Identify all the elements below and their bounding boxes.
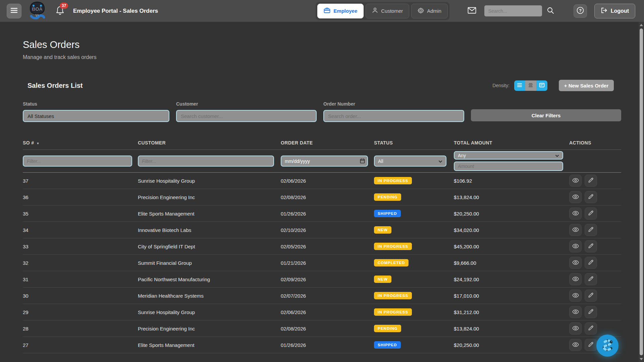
column-header-status[interactable]: STATUS (374, 140, 454, 145)
status-badge: SHIPPED (374, 210, 401, 217)
scroll-up-arrow[interactable] (640, 24, 643, 26)
portal-tabs: Employee Customer Admin (316, 2, 449, 20)
main-content: Sales Orders Manage and track sales orde… (0, 22, 644, 353)
actions-cell (569, 290, 621, 302)
actions-cell (569, 306, 621, 318)
status-column-filter-select[interactable]: All (374, 156, 446, 167)
actions-cell (569, 207, 621, 220)
so-number-cell: 34 (23, 227, 138, 233)
edit-order-button[interactable] (585, 339, 597, 351)
table-row: 31 Pacific Northwest Manufacturing 02/09… (23, 271, 621, 288)
edit-order-button[interactable] (585, 322, 597, 335)
customer-cell: Summit Financial Group (138, 260, 281, 266)
status-cell: IN PROGRESS (374, 243, 454, 250)
eye-icon (572, 325, 579, 332)
order-date-cell: 02/06/2026 (281, 309, 374, 315)
edit-order-button[interactable] (585, 175, 597, 187)
edit-order-button[interactable] (585, 306, 597, 318)
so-column-filter-input[interactable] (23, 156, 132, 167)
scrollbar-thumb[interactable] (640, 28, 643, 355)
tab-employee[interactable]: Employee (317, 4, 364, 18)
edit-order-button[interactable] (585, 240, 597, 252)
so-number-cell: 31 (23, 277, 138, 282)
total-amount-cell: $20,250.00 (454, 211, 569, 217)
column-header-order-date[interactable]: ORDER DATE (281, 140, 374, 145)
amount-mode-filter-select[interactable]: Any (454, 151, 563, 160)
clear-filters-button[interactable]: Clear Filters (471, 109, 621, 121)
eye-icon (572, 210, 579, 217)
view-order-button[interactable] (569, 322, 582, 335)
pencil-icon (588, 292, 594, 299)
view-order-button[interactable] (569, 224, 582, 236)
amount-column-filter-input[interactable] (454, 162, 563, 171)
tab-customer[interactable]: Customer (366, 4, 409, 18)
view-order-button[interactable] (569, 339, 582, 351)
view-order-button[interactable] (569, 306, 582, 318)
status-badge: NEW (374, 226, 391, 234)
logout-button[interactable]: Logout (594, 4, 635, 18)
tab-admin[interactable]: Admin (411, 4, 448, 18)
search-button[interactable] (547, 7, 554, 15)
density-compact-button[interactable] (525, 80, 536, 91)
view-order-button[interactable] (569, 175, 582, 187)
so-number-cell: 33 (23, 244, 138, 249)
column-header-customer[interactable]: CUSTOMER (138, 140, 281, 145)
edit-order-button[interactable] (585, 191, 597, 203)
so-number-cell: 32 (23, 260, 138, 266)
eye-icon (572, 293, 579, 299)
snake-icon: BOA (28, 1, 47, 21)
scrollbar[interactable] (639, 22, 644, 362)
view-order-button[interactable] (569, 290, 582, 302)
boa-assistant-fab[interactable] (596, 335, 619, 357)
eye-icon (572, 260, 579, 266)
edit-order-button[interactable] (585, 273, 597, 285)
view-order-button[interactable] (569, 273, 582, 285)
global-search-input[interactable] (484, 5, 542, 16)
total-amount-cell: $17,010.00 (454, 293, 569, 299)
new-sales-order-button[interactable]: + New Sales Order (559, 80, 614, 91)
order-filter-input[interactable] (323, 110, 464, 122)
edit-order-button[interactable] (585, 207, 597, 220)
notifications-button[interactable]: 37 (56, 5, 66, 17)
total-amount-cell: $9,666.00 (454, 260, 569, 266)
actions-cell (569, 175, 621, 187)
customer-cell: Precision Engineering Inc (138, 326, 281, 331)
help-button[interactable]: ? (574, 4, 587, 18)
search-icon (547, 7, 554, 15)
menu-button[interactable] (7, 4, 21, 18)
tab-label: Employee (333, 8, 357, 14)
edit-order-button[interactable] (585, 224, 597, 236)
page-title: Sales Orders (23, 39, 621, 50)
order-filter-label: Order Number (323, 101, 464, 107)
chevron-down-icon (555, 153, 559, 158)
total-amount-cell: $13,824.00 (454, 194, 569, 200)
column-header-so[interactable]: SO #▼ (23, 140, 138, 145)
status-filter-select[interactable]: All Statuses (23, 110, 169, 122)
density-comfortable-button[interactable] (514, 80, 525, 91)
view-order-button[interactable] (569, 240, 582, 252)
edit-order-button[interactable] (585, 257, 597, 269)
customer-column-filter-input[interactable] (138, 156, 274, 167)
column-header-total-amount[interactable]: TOTAL AMOUNT (454, 140, 569, 145)
order-date-cell: 02/09/2026 (281, 277, 374, 282)
order-date-cell: 01/26/2026 (281, 342, 374, 348)
status-cell: NEW (374, 226, 454, 234)
status-filter-value: All Statuses (28, 113, 54, 119)
table-row: 35 Elite Sports Management 01/26/2026 SH… (23, 205, 621, 222)
status-cell: SHIPPED (374, 210, 454, 217)
edit-order-button[interactable] (585, 290, 597, 302)
density-card-button[interactable] (536, 80, 547, 91)
date-column-filter-input[interactable] (281, 156, 368, 167)
scroll-down-arrow[interactable] (640, 358, 643, 360)
view-order-button[interactable] (569, 207, 582, 220)
table-body: 37 Sunrise Hospitality Group 02/06/2026 … (23, 173, 621, 353)
mail-button[interactable] (468, 7, 476, 15)
view-order-button[interactable] (569, 257, 582, 269)
rows-comfortable-icon (517, 83, 522, 88)
table-row: 34 Innovative Biotech Labs 02/10/2026 NE… (23, 222, 621, 238)
view-order-button[interactable] (569, 191, 582, 203)
order-date-cell: 02/08/2026 (281, 326, 374, 331)
pencil-icon (588, 227, 594, 233)
eye-icon (572, 194, 579, 200)
customer-filter-input[interactable] (176, 110, 317, 122)
